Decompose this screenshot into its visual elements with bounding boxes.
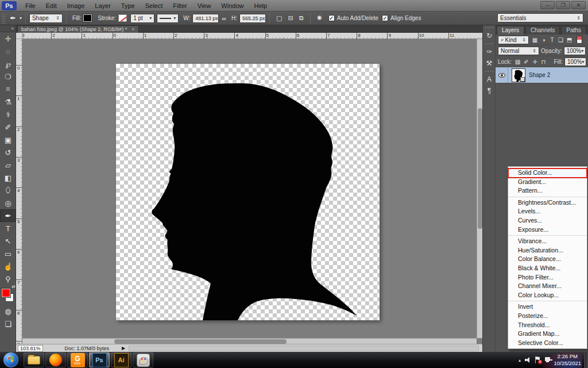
pen-tool[interactable]: ✒ [0,209,16,222]
path-selection-tool[interactable]: ↖ [0,235,16,247]
menu-type[interactable]: Type [116,1,140,10]
menu-view[interactable]: View [192,1,216,10]
dodge-tool[interactable]: ◎ [0,197,16,209]
layer-thumbnail[interactable] [512,68,525,82]
pen-tool-preset-icon[interactable]: ✒ [10,14,16,22]
crop-tool[interactable]: ⌗ [0,83,16,95]
network-icon[interactable] [545,357,552,363]
swap-colors-icon[interactable]: ⇄ [11,284,16,289]
layer-row-shape-2[interactable]: Shape 2 [496,67,588,83]
quick-mask-button[interactable]: ◍ [0,305,16,317]
horizontal-scrollbar[interactable] [22,338,477,344]
restore-button[interactable]: ❐ [556,1,570,9]
type-tool[interactable]: T [0,222,16,235]
action-center-flag-icon[interactable]: ✕ [535,356,541,363]
menu-help[interactable]: Help [249,1,272,10]
vertical-scrollbar-thumb[interactable] [478,108,482,229]
menu-item-pattern[interactable]: Pattern... [508,186,587,195]
character-panel-icon[interactable]: A [483,74,496,85]
menu-filter[interactable]: Filter [168,1,192,10]
link-dimensions-icon[interactable]: ∞ [222,15,226,22]
tool-mode-dropdown[interactable]: Shape ⇕ [29,14,63,23]
shape-width-field[interactable]: 481.13 px [192,14,219,23]
lock-transparency-icon[interactable]: ▨ [513,57,522,66]
move-tool[interactable]: ✛ [0,32,16,45]
filter-on-off-toggle[interactable] [577,36,582,44]
path-operations-icon[interactable]: ▢ [276,14,282,22]
hidden-icons-arrow[interactable]: ▴ [519,358,521,363]
tool-presets-panel-icon[interactable]: ⚒ [483,57,496,69]
menu-file[interactable]: File [20,1,41,10]
marquee-tool[interactable]: ◌ [0,45,16,57]
quick-selection-tool[interactable]: ❍ [0,70,16,83]
vertical-scrollbar[interactable] [477,39,482,338]
document-tab[interactable]: bahan foto.jpeg @ 104% (Shape 2, RGB/8#)… [17,25,139,33]
clone-stamp-tool[interactable]: ▣ [0,133,16,146]
tab-layers[interactable]: Layers [497,26,524,34]
stroke-swatch[interactable] [118,14,127,22]
menu-item-brightness-contrast[interactable]: Brightness/Contrast... [508,198,587,208]
rectangle-tool[interactable]: ▭ [0,247,16,260]
filter-adjustment-layers-icon[interactable]: ◑ [539,36,548,44]
blend-mode-dropdown[interactable]: Normal ⇕ [498,47,539,55]
lasso-tool[interactable]: ℘ [0,57,16,70]
menu-item-black-white[interactable]: Black & White... [508,264,587,273]
tab-channels[interactable]: Channels [525,26,560,34]
start-button[interactable] [3,352,18,367]
taskbar-photoshop-button[interactable]: Ps [89,352,110,367]
minimize-button[interactable]: – [540,1,555,9]
hand-tool[interactable]: ☝ [0,260,16,273]
workspace-dropdown[interactable]: Essentials ⇕ [497,13,583,22]
tab-paths[interactable]: Paths [561,26,586,34]
align-edges-checkbox[interactable]: ✓ [382,15,388,21]
path-alignment-icon[interactable]: ⊟ [288,14,293,22]
lock-position-icon[interactable]: ✛ [531,57,539,66]
menu-item-photo-filter[interactable]: Photo Filter... [508,273,587,282]
menu-select[interactable]: Select [140,1,168,10]
close-button[interactable]: ✕ [571,1,586,9]
eyedropper-tool[interactable]: ⚗ [0,95,16,108]
fill-swatch[interactable] [83,14,92,22]
layer-name[interactable]: Shape 2 [529,72,550,78]
stroke-type-dropdown[interactable]: ▾ [157,14,179,23]
filter-kind-dropdown[interactable]: ⌕ Kind ⇕ [498,36,529,44]
document-tab-close-icon[interactable]: × [131,26,134,32]
tools-collapse-chevron[interactable]: » [0,25,16,32]
filter-smart-objects-icon[interactable]: ⬒ [565,36,574,44]
brush-panel-icon[interactable]: ✑ [483,46,496,57]
history-brush-tool[interactable]: ↺ [0,146,16,159]
menu-item-hue-saturation[interactable]: Hue/Saturation... [508,246,587,255]
foreground-color-swatch[interactable] [2,289,10,297]
canvas-viewport[interactable] [22,39,477,338]
stroke-width-field[interactable]: 1 pt ▾ [130,14,154,23]
menu-item-color-balance[interactable]: Color Balance... [508,255,587,264]
menu-item-curves[interactable]: Curves... [508,216,587,225]
opacity-field[interactable]: 100% ▾ [564,47,586,55]
volume-icon[interactable] [525,357,531,363]
history-panel-icon[interactable]: ↻ [483,30,496,41]
menu-item-gradient-map[interactable]: Gradient Map... [508,329,587,339]
shape-height-field[interactable]: 565.25 px [239,14,266,23]
tool-preset-arrow[interactable]: ▾ [20,16,22,21]
show-desktop-button[interactable] [584,352,588,368]
menu-item-levels[interactable]: Levels... [508,207,587,216]
lock-pixels-icon[interactable]: ✐ [522,57,531,66]
blur-tool[interactable]: ⬯ [0,184,16,197]
menu-item-channel-mixer[interactable]: Channel Mixer... [508,282,587,291]
menu-item-vibrance[interactable]: Vibrance... [508,237,587,246]
taskbar-firefox-button[interactable] [45,352,66,367]
status-options-arrow[interactable]: ▶ [122,346,125,351]
geometry-options-gear-icon[interactable]: ✺ [317,14,322,22]
healing-brush-tool[interactable]: ⚕ [0,108,16,121]
taskbar-clock[interactable]: 2:26 PM 10/25/2021 [554,353,581,367]
document-canvas[interactable] [116,64,380,320]
menu-item-posterize[interactable]: Posterize... [508,312,587,321]
menu-item-threshold[interactable]: Threshold... [508,321,587,330]
brush-tool[interactable]: ✐ [0,121,16,133]
taskbar-explorer-button[interactable] [24,352,44,367]
zoom-level-field[interactable]: 103.81% [18,345,43,352]
taskbar-illustrator-button[interactable]: Ai [111,352,131,367]
menu-item-solid-color[interactable]: Solid Color... [508,168,587,178]
lock-all-icon[interactable]: ⊓ [539,57,548,66]
menu-item-invert[interactable]: Invert [508,302,587,312]
